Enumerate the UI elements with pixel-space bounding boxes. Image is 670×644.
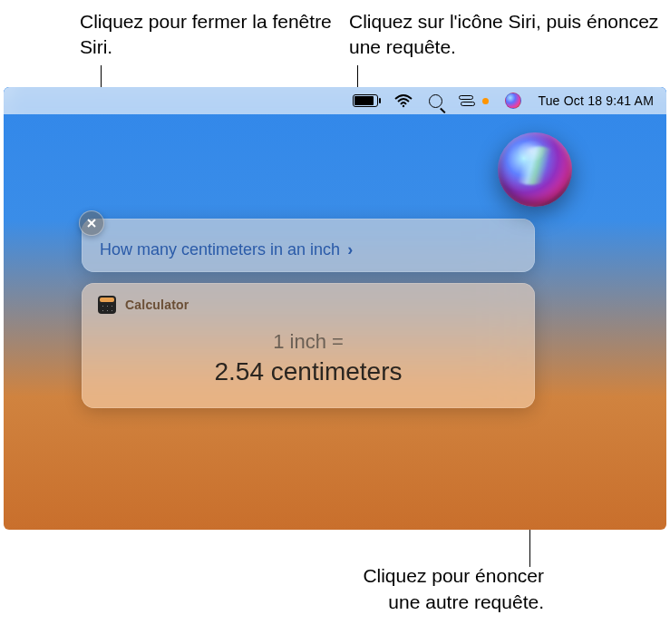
- callout-menubar-label: Cliquez sur l'icône Siri, puis énoncez u…: [349, 9, 666, 61]
- siri-query-text: How many centimeters in an inch: [100, 240, 340, 259]
- svg-point-0: [403, 104, 404, 106]
- mic-indicator-dot: [482, 98, 489, 104]
- chevron-right-icon: ›: [347, 240, 353, 259]
- menubar-datetime[interactable]: Tue Oct 18 9:41 AM: [538, 93, 654, 108]
- control-center-icon[interactable]: [459, 95, 475, 106]
- close-button[interactable]: [79, 210, 104, 236]
- spotlight-icon[interactable]: [429, 94, 442, 108]
- battery-icon[interactable]: [353, 94, 378, 107]
- desktop-screen: Tue Oct 18 9:41 AM How many centimeters …: [4, 87, 666, 530]
- siri-result-card: Calculator 1 inch = 2.54 centimeters: [82, 283, 535, 408]
- result-line-2: 2.54 centimeters: [98, 357, 519, 386]
- callout-line: [357, 65, 358, 87]
- callout-orb-label: Cliquez pour énoncer une autre requête.: [326, 563, 544, 615]
- wifi-icon[interactable]: [394, 94, 413, 108]
- result-line-1: 1 inch =: [98, 330, 519, 354]
- result-app-name: Calculator: [125, 298, 189, 312]
- menubar: Tue Oct 18 9:41 AM: [4, 87, 666, 114]
- callout-close-label: Cliquez pour fermer la fenêtre Siri.: [80, 9, 352, 61]
- calculator-icon: [98, 296, 116, 314]
- siri-menubar-icon[interactable]: [505, 93, 521, 109]
- siri-panel: How many centimeters in an inch › Calcul…: [82, 219, 535, 419]
- siri-orb-button[interactable]: [498, 132, 572, 207]
- siri-query-card[interactable]: How many centimeters in an inch ›: [82, 219, 535, 272]
